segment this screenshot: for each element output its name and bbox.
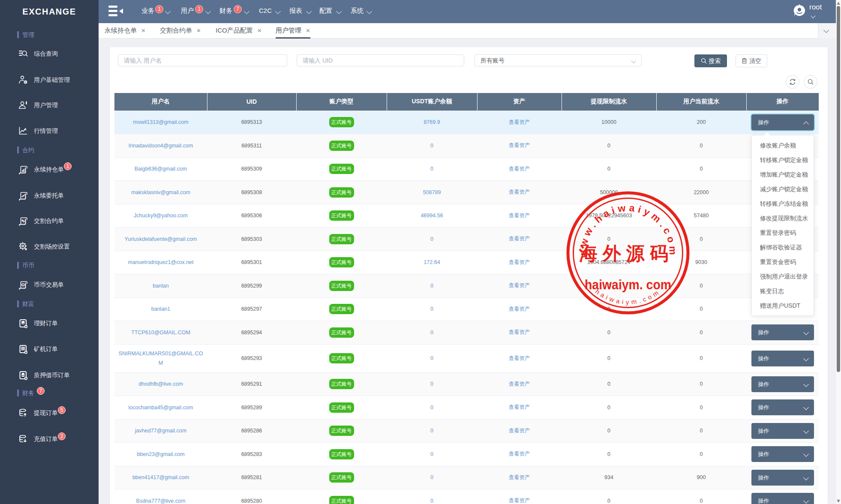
svg-text:海外源码: 海外源码 [579, 243, 673, 264]
